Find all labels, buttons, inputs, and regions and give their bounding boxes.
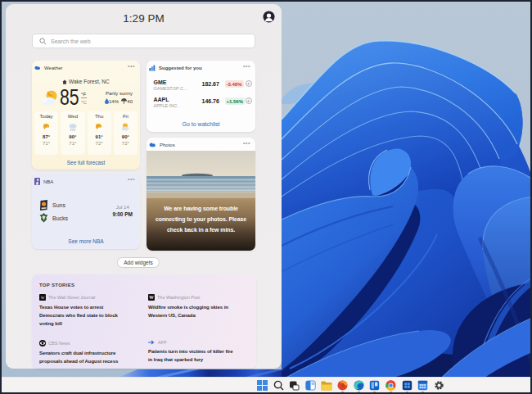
svg-text:W: W	[149, 295, 154, 300]
